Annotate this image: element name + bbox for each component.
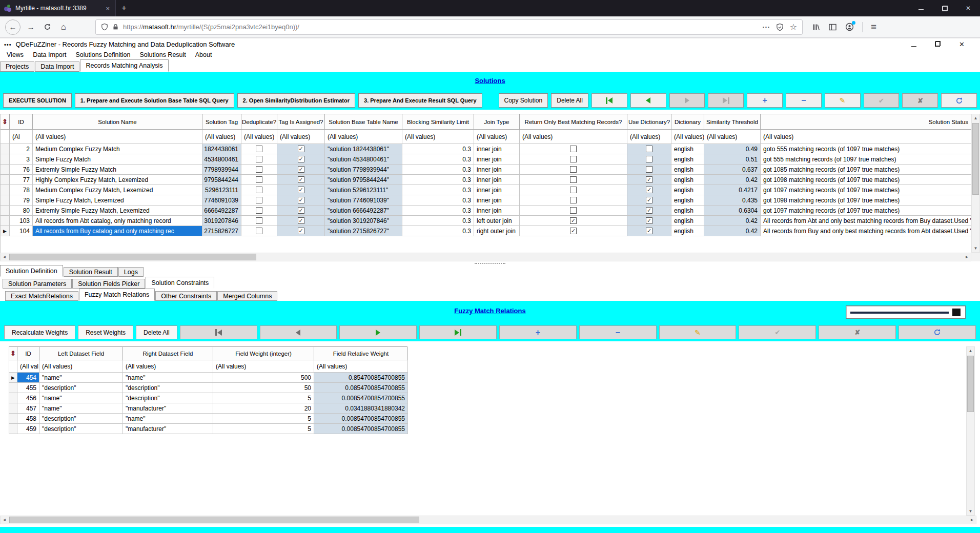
cell-id[interactable]: 457: [17, 403, 39, 414]
checkbox-checked[interactable]: ✓: [646, 197, 652, 203]
cell-join[interactable]: inner join: [474, 165, 520, 175]
cell-dict[interactable]: ✓: [627, 185, 671, 195]
cell-relative[interactable]: 0.854700854700855: [314, 373, 408, 383]
checkbox-unchecked[interactable]: [646, 146, 652, 152]
cell-id[interactable]: 455: [17, 383, 39, 393]
browser-restore-button[interactable]: [933, 0, 956, 16]
protection-badge-icon[interactable]: [776, 23, 784, 31]
cell-weight[interactable]: 5: [213, 424, 314, 434]
cell-id[interactable]: 459: [17, 424, 39, 434]
pane-splitter[interactable]: [0, 261, 980, 265]
cell-join[interactable]: left outer join: [474, 216, 520, 226]
scroll-down-icon[interactable]: ▼: [972, 244, 979, 252]
column-header-solution-status[interactable]: Solution Status: [761, 114, 972, 130]
filter-solution-tag[interactable]: (All values): [202, 130, 241, 144]
cell-left[interactable]: "description": [39, 424, 123, 434]
account-icon[interactable]: [845, 23, 854, 31]
cell-left[interactable]: "name": [39, 373, 123, 383]
column-header-solution-tag[interactable]: Solution Tag: [202, 114, 241, 130]
tab-solution-result[interactable]: Solution Result: [64, 267, 118, 277]
cell-left[interactable]: "description": [39, 383, 123, 393]
nav-delete-button[interactable]: −: [579, 325, 657, 339]
nav-cancel-button[interactable]: ✘: [819, 325, 896, 339]
checkbox-checked[interactable]: ✓: [646, 217, 652, 224]
cell-right[interactable]: "name": [123, 373, 213, 383]
nav-last-button[interactable]: [419, 325, 497, 339]
cell-threshold[interactable]: 0.42: [704, 216, 761, 226]
cell-name[interactable]: Extremly Simple Fuzzy Match, Lexemized: [33, 206, 202, 216]
trackbar-thumb[interactable]: [952, 309, 961, 316]
filter-id[interactable]: (All val: [17, 360, 39, 373]
cell-dedup[interactable]: [241, 195, 277, 206]
url-bar[interactable]: https://matasoft.hr/myrtille/(S(pz5mai2p…: [95, 19, 803, 35]
cell-weight[interactable]: 500: [213, 373, 314, 383]
scroll-up-icon[interactable]: ▲: [967, 347, 974, 355]
nav-delete-button[interactable]: −: [786, 93, 822, 108]
cell-dictionary[interactable]: english: [671, 185, 704, 195]
tab-solution-fields-picker[interactable]: Solution Fields Picker: [72, 279, 145, 289]
cell-threshold[interactable]: 0.42: [704, 175, 761, 185]
cell-status[interactable]: All records from Buy and only best match…: [761, 226, 972, 236]
checkbox-checked[interactable]: ✓: [298, 187, 304, 193]
scrollbar-thumb[interactable]: [972, 123, 979, 195]
cell-dict[interactable]: [627, 154, 671, 165]
cell-threshold[interactable]: 0.637: [704, 165, 761, 175]
bookmark-star-icon[interactable]: ☆: [790, 22, 797, 32]
cell-dict[interactable]: ✓: [627, 216, 671, 226]
menu-views[interactable]: Views: [2, 51, 28, 58]
cell-right[interactable]: "manufacturer": [123, 424, 213, 434]
cell-dict[interactable]: ✓: [627, 195, 671, 206]
scrollbar-thumb[interactable]: [9, 517, 419, 523]
cell-limit[interactable]: 0.3: [402, 206, 474, 216]
cell-best[interactable]: [520, 144, 627, 154]
column-header-use-dictionary[interactable]: Use Dictionary?: [627, 114, 671, 130]
nav-first-button[interactable]: [591, 93, 627, 108]
execute-solution-button[interactable]: EXECUTE SOLUTION: [3, 93, 72, 108]
cell-tag_assigned[interactable]: ✓: [277, 226, 325, 236]
checkbox-unchecked[interactable]: [570, 146, 577, 152]
cell-join[interactable]: inner join: [474, 206, 520, 216]
tab-fuzzy-match-relations[interactable]: Fuzzy Match Relations: [79, 289, 155, 301]
app-minimize-button[interactable]: [911, 40, 916, 48]
cell-dedup[interactable]: [241, 226, 277, 236]
cell-base[interactable]: "solution 9795844244": [325, 175, 402, 185]
reload-icon[interactable]: [39, 19, 55, 35]
column-header-blocking-similarity-limit[interactable]: Blocking Similarity Limit: [402, 114, 474, 130]
filter-blocking-similarity-limit[interactable]: (All values): [402, 130, 474, 144]
cell-tag_assigned[interactable]: ✓: [277, 216, 325, 226]
cell-id[interactable]: 458: [17, 414, 39, 424]
cell-status[interactable]: got 1097 matching records (of 1097 true …: [761, 206, 972, 216]
scroll-left-icon[interactable]: ◄: [1, 516, 8, 524]
cell-tag_assigned[interactable]: ✓: [277, 144, 325, 154]
cell-base[interactable]: "solution 3019207846": [325, 216, 402, 226]
cell-dedup[interactable]: [241, 206, 277, 216]
column-header-field-weight-integer[interactable]: Field Weight (integer): [213, 347, 314, 360]
checkbox-checked[interactable]: ✓: [646, 228, 652, 234]
cell-limit[interactable]: 0.3: [402, 226, 474, 236]
menu-solutions-result[interactable]: Solutions Result: [135, 51, 190, 58]
filter-solution-name[interactable]: (All values): [33, 130, 202, 144]
filter-solution-status[interactable]: (All values): [761, 130, 972, 144]
nav-first-button[interactable]: [180, 325, 257, 339]
tab-data-import[interactable]: Data Import: [35, 61, 79, 72]
menu-data-import[interactable]: Data Import: [28, 51, 71, 58]
cell-base[interactable]: "solution 6666492287": [325, 206, 402, 216]
fuzzy-match-relations-link[interactable]: Fuzzy Match Relations: [454, 307, 525, 315]
cell-join[interactable]: inner join: [474, 175, 520, 185]
cell-name[interactable]: All records from Buy catalog and only ma…: [33, 226, 202, 236]
checkbox-unchecked[interactable]: [570, 207, 577, 214]
cell-left[interactable]: "description": [39, 414, 123, 424]
checkbox-checked[interactable]: ✓: [570, 217, 577, 224]
cell-relative[interactable]: 0.00854700854700855: [314, 414, 408, 424]
cell-status[interactable]: goto 555 matching records (of 1097 true …: [761, 144, 972, 154]
sort-corner[interactable]: ⇕: [1, 114, 10, 130]
cell-relative[interactable]: 0.00854700854700855: [314, 393, 408, 403]
sort-corner[interactable]: ⇕: [9, 347, 17, 360]
cell-dictionary[interactable]: english: [671, 175, 704, 185]
cell-best[interactable]: [520, 154, 627, 165]
cell-name[interactable]: Medium Complex Fuzzy Match: [33, 144, 202, 154]
tab-other-constraints[interactable]: Other Constraints: [155, 291, 217, 301]
cell-join[interactable]: right outer join: [474, 226, 520, 236]
cell-join[interactable]: inner join: [474, 144, 520, 154]
cell-id[interactable]: 78: [10, 185, 33, 195]
